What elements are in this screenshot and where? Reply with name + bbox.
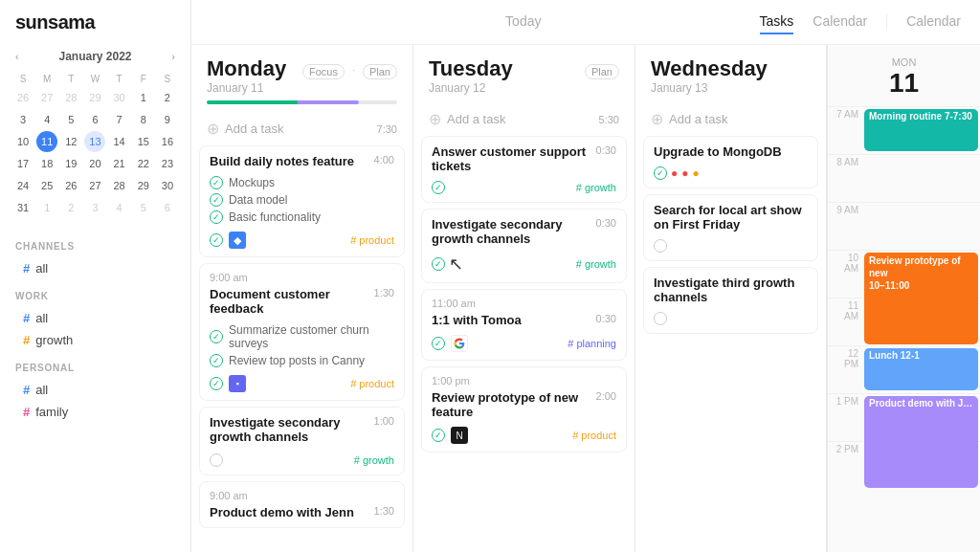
cal-day[interactable]: 8 bbox=[133, 109, 154, 130]
separator: · bbox=[352, 64, 355, 79]
cal-day[interactable]: 27 bbox=[84, 175, 105, 196]
task-check[interactable] bbox=[654, 166, 667, 180]
cal-day[interactable]: 19 bbox=[60, 153, 81, 174]
cal-day[interactable]: 22 bbox=[133, 153, 154, 174]
monday-task-list: ⊕ Add a task 7:30 Build daily notes feat… bbox=[191, 112, 412, 541]
cal-day[interactable]: 4 bbox=[109, 197, 130, 218]
cal-day[interactable]: 4 bbox=[36, 109, 57, 130]
cal-day[interactable]: 5 bbox=[60, 109, 81, 130]
task-product-demo[interactable]: 9:00 am Product demo with Jenn 1:30 bbox=[199, 481, 405, 528]
cal-day[interactable]: 25 bbox=[36, 175, 57, 196]
wednesday-header: Wednesday January 13 bbox=[635, 45, 826, 102]
plan-button[interactable]: Plan bbox=[363, 64, 397, 79]
task-secondary-growth-tue[interactable]: Investigate secondary growth channels 0:… bbox=[421, 209, 627, 283]
sidebar-item-growth[interactable]: # growth bbox=[15, 329, 175, 351]
cal-day[interactable]: 1 bbox=[36, 197, 57, 218]
cal-day[interactable]: 31 bbox=[12, 197, 33, 218]
cal-day[interactable]: 29 bbox=[84, 87, 105, 108]
cal-day-today[interactable]: 11 bbox=[36, 131, 57, 152]
tuesday-add-task[interactable]: ⊕ Add a task 5:30 bbox=[421, 102, 627, 136]
cal-day-selected[interactable]: 13 bbox=[84, 131, 105, 152]
cal-event-lunch[interactable]: Lunch 12-1 bbox=[864, 348, 978, 390]
cal-day[interactable]: 28 bbox=[60, 87, 81, 108]
cal-event-area bbox=[862, 298, 980, 345]
cal-day[interactable]: 30 bbox=[109, 87, 130, 108]
subtask-check[interactable] bbox=[210, 176, 223, 189]
cal-day[interactable]: 21 bbox=[109, 153, 130, 174]
sidebar-item-all-channels[interactable]: # all bbox=[15, 257, 175, 279]
cal-event-morning-routine[interactable]: Morning routine 7-7:30 bbox=[864, 109, 978, 151]
task-third-growth[interactable]: Investigate third growth channels bbox=[643, 267, 818, 334]
task-duration: 0:30 bbox=[596, 217, 616, 229]
task-duration: 4:00 bbox=[374, 154, 394, 166]
cal-day[interactable]: 23 bbox=[157, 153, 178, 174]
task-check[interactable] bbox=[210, 233, 223, 247]
task-document-feedback[interactable]: 9:00 am Document customer feedback 1:30 … bbox=[199, 263, 405, 401]
nav-calendar-right[interactable]: Calendar bbox=[906, 10, 961, 34]
tab-calendar[interactable]: Calendar bbox=[813, 10, 867, 34]
cal-day[interactable]: 26 bbox=[12, 87, 33, 108]
sidebar-item-work-all[interactable]: # all bbox=[15, 307, 175, 329]
task-11-tomoa[interactable]: 11:00 am 1:1 with Tomoa 0:30 # planning bbox=[421, 289, 627, 361]
task-check[interactable] bbox=[432, 181, 445, 194]
sidebar-item-personal-all[interactable]: # all bbox=[15, 379, 175, 401]
cal-day[interactable]: 3 bbox=[12, 109, 33, 130]
cal-day[interactable]: 16 bbox=[157, 131, 178, 152]
time-label: 11 AM bbox=[828, 298, 862, 323]
cal-day[interactable]: 5 bbox=[133, 197, 154, 218]
tuesday-plan-button[interactable]: Plan bbox=[585, 64, 619, 79]
cal-day[interactable]: 7 bbox=[109, 109, 130, 130]
cal-day[interactable]: 24 bbox=[12, 175, 33, 196]
cal-day[interactable]: 1 bbox=[133, 87, 154, 108]
task-check[interactable] bbox=[432, 257, 445, 271]
wednesday-day-label: Wednesday bbox=[651, 56, 811, 81]
subtask-check[interactable] bbox=[210, 330, 223, 343]
cal-day[interactable]: 26 bbox=[60, 175, 81, 196]
cal-day[interactable]: 29 bbox=[133, 175, 154, 196]
sidebar-item-family[interactable]: # family bbox=[15, 401, 175, 423]
task-investigate-growth[interactable]: Investigate secondary growth channels 1:… bbox=[199, 407, 405, 475]
cal-day[interactable]: 12 bbox=[60, 131, 81, 152]
task-customer-support[interactable]: Answer customer support tickets 0:30 # g… bbox=[421, 136, 627, 203]
task-check[interactable] bbox=[432, 337, 445, 350]
subtask-check[interactable] bbox=[210, 210, 223, 224]
cal-day[interactable]: 2 bbox=[157, 87, 178, 108]
cal-day[interactable]: 28 bbox=[109, 175, 130, 196]
cal-day[interactable]: 18 bbox=[36, 153, 57, 174]
task-title: Review prototype of new feature bbox=[432, 390, 589, 419]
cal-day[interactable]: 3 bbox=[84, 197, 105, 218]
cal-day[interactable]: 6 bbox=[84, 109, 105, 130]
task-check[interactable] bbox=[654, 312, 667, 325]
cal-day[interactable]: 30 bbox=[157, 175, 178, 196]
cal-day[interactable]: 6 bbox=[157, 197, 178, 218]
notion-icon: N bbox=[451, 427, 468, 444]
subtask-check[interactable] bbox=[210, 193, 223, 207]
subtask-check[interactable] bbox=[210, 354, 223, 367]
task-footer: ◆ # product bbox=[210, 232, 394, 249]
dow-t1: T bbox=[59, 72, 82, 86]
cal-day[interactable]: 27 bbox=[36, 87, 57, 108]
prev-month-button[interactable]: ‹ bbox=[11, 49, 23, 64]
cal-day[interactable]: 20 bbox=[84, 153, 105, 174]
task-check[interactable] bbox=[432, 429, 445, 442]
task-upgrade-mongodb[interactable]: Upgrade to MongoDB ● ● ● bbox=[643, 136, 818, 188]
next-month-button[interactable]: › bbox=[167, 49, 179, 64]
task-local-art-show[interactable]: Search for local art show on First Frida… bbox=[643, 194, 818, 261]
cal-day[interactable]: 15 bbox=[133, 131, 154, 152]
cal-day[interactable]: 10 bbox=[12, 131, 33, 152]
monday-add-task[interactable]: ⊕ Add a task 7:30 bbox=[199, 112, 405, 145]
cal-day[interactable]: 9 bbox=[157, 109, 178, 130]
task-review-prototype[interactable]: 1:00 pm Review prototype of new feature … bbox=[421, 366, 627, 453]
task-check[interactable] bbox=[654, 239, 667, 253]
cal-day[interactable]: 2 bbox=[60, 197, 81, 218]
focus-button[interactable]: Focus bbox=[302, 64, 345, 79]
nav-today[interactable]: Today bbox=[505, 10, 541, 34]
cal-day[interactable]: 17 bbox=[12, 153, 33, 174]
task-check[interactable] bbox=[210, 453, 223, 467]
wednesday-add-task[interactable]: ⊕ Add a task bbox=[643, 102, 818, 136]
task-check[interactable] bbox=[210, 377, 223, 390]
cal-day[interactable]: 14 bbox=[109, 131, 130, 152]
cal-event-area bbox=[862, 442, 980, 489]
tab-tasks[interactable]: Tasks bbox=[760, 10, 794, 34]
task-build-daily-notes[interactable]: Build daily notes feature 4:00 Mockups D… bbox=[199, 145, 405, 257]
